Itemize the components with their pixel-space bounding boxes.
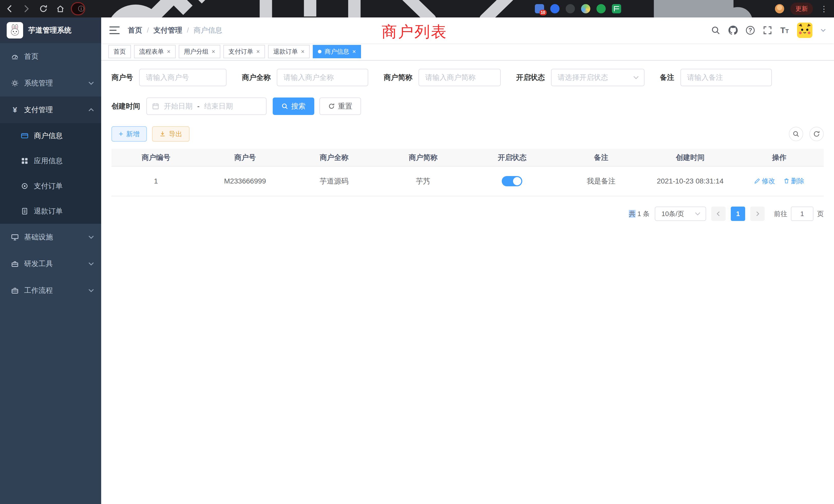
dashboard-icon xyxy=(11,52,19,61)
back-icon[interactable] xyxy=(5,4,14,13)
edit-link[interactable]: 修改 xyxy=(754,177,775,186)
sidebar-item-payment[interactable]: ¥ 支付管理 xyxy=(0,96,101,123)
font-size-icon[interactable]: TT xyxy=(780,26,789,35)
breadcrumb: 首页 / 支付管理 / 商户信息 xyxy=(128,25,222,35)
merchant-no-input[interactable] xyxy=(139,69,226,86)
date-range-picker[interactable]: 开始日期 - 结束日期 xyxy=(146,97,266,115)
browser-menu-icon[interactable]: ⋮ xyxy=(819,4,829,13)
tag-view-bar: 首页 流程表单× 用户分组× 支付订单× 退款订单× 商户信息× xyxy=(101,43,834,61)
extension-dark-icon[interactable] xyxy=(566,4,575,13)
browser-update-button[interactable]: 更新 xyxy=(790,3,813,15)
reset-button[interactable]: 重置 xyxy=(320,97,361,115)
merchant-name-label: 商户全称 xyxy=(242,73,271,83)
breadcrumb-home[interactable]: 首页 xyxy=(128,25,142,35)
user-avatar[interactable] xyxy=(797,23,812,38)
page-info-icon[interactable]: ⓘ xyxy=(78,6,84,12)
avatar-caret-icon[interactable] xyxy=(821,29,826,32)
forward-icon[interactable] xyxy=(22,4,31,13)
end-date-placeholder: 结束日期 xyxy=(204,101,233,111)
refresh-icon xyxy=(328,103,335,110)
close-icon[interactable]: × xyxy=(352,48,356,55)
extension-puzzle-icon[interactable]: 10 xyxy=(535,4,544,13)
sidebar-item-label: 研发工具 xyxy=(24,259,53,269)
extension-avatar-icon[interactable] xyxy=(581,4,590,13)
col-status: 开启状态 xyxy=(467,149,557,166)
refresh-table-icon[interactable] xyxy=(809,127,824,141)
tab-refund-orders[interactable]: 退款订单× xyxy=(268,45,310,58)
next-page-button[interactable] xyxy=(750,207,765,221)
sidebar-item-app-info[interactable]: 应用信息 xyxy=(0,148,101,174)
sidebar-toggle-icon[interactable] xyxy=(109,26,120,34)
sidebar-item-home[interactable]: 首页 xyxy=(0,43,101,70)
tab-merchant-info[interactable]: 商户信息× xyxy=(313,45,361,58)
col-merchant-no: 商户号 xyxy=(200,149,290,166)
home-icon[interactable] xyxy=(56,4,65,13)
show-search-icon[interactable] xyxy=(789,127,803,141)
sidebar-item-label: 首页 xyxy=(24,51,39,61)
filter-row-1: 商户号 商户全称 商户简称 开启状态 请选择开启状态 xyxy=(111,69,824,86)
monitor-icon xyxy=(11,233,19,241)
status-select[interactable]: 请选择开启状态 xyxy=(551,69,644,86)
tab-home[interactable]: 首页 xyxy=(108,45,131,58)
extension-green-circle-icon[interactable] xyxy=(596,4,606,13)
sidebar-item-label: 支付管理 xyxy=(24,105,53,115)
gear-icon xyxy=(11,79,19,87)
browser-chrome: ⓘ localhost:1024/pay/merchant 10 更新 ⋮ xyxy=(0,0,834,18)
status-label: 开启状态 xyxy=(516,73,545,83)
breadcrumb-separator: / xyxy=(147,26,149,35)
page-size-select[interactable]: 10条/页 xyxy=(655,207,706,221)
navbar-actions: ? TT xyxy=(711,23,826,38)
extension-badge: 10 xyxy=(540,10,547,16)
sidebar-item-system[interactable]: 系统管理 xyxy=(0,70,101,96)
remark-input[interactable] xyxy=(680,69,772,86)
main-area: 首页 / 支付管理 / 商户信息 商户列表 ? TT xyxy=(101,18,834,504)
goto-page-input[interactable] xyxy=(791,207,813,221)
merchant-name-input[interactable] xyxy=(277,69,368,86)
sidebar-item-label: 工作流程 xyxy=(24,285,53,295)
profile-avatar-icon[interactable] xyxy=(775,4,784,13)
tab-process-form[interactable]: 流程表单× xyxy=(134,45,176,58)
chevron-down-icon xyxy=(633,76,639,79)
sidebar-item-label: 商户信息 xyxy=(34,131,63,141)
sidebar-item-devtools[interactable]: 研发工具 xyxy=(0,250,101,277)
close-icon[interactable]: × xyxy=(301,48,305,55)
cell-remark: 我是备注 xyxy=(557,166,646,196)
sidebar-item-pay-orders[interactable]: 支付订单 xyxy=(0,174,101,199)
add-button[interactable]: + 新增 xyxy=(111,126,147,142)
delete-link[interactable]: 删除 xyxy=(784,177,805,186)
breadcrumb-payment[interactable]: 支付管理 xyxy=(154,25,182,35)
reload-icon[interactable] xyxy=(39,4,48,13)
prev-page-button[interactable] xyxy=(711,207,726,221)
tab-pay-orders[interactable]: 支付订单× xyxy=(223,45,265,58)
search-button[interactable]: 搜索 xyxy=(273,97,314,115)
github-icon[interactable] xyxy=(728,26,738,35)
page-number-button[interactable]: 1 xyxy=(731,207,745,221)
fullscreen-icon[interactable] xyxy=(763,26,772,35)
sidebar-item-refund-orders[interactable]: 退款订单 xyxy=(0,199,101,224)
tab-user-group[interactable]: 用户分组× xyxy=(179,45,220,58)
status-toggle[interactable] xyxy=(502,176,522,186)
search-icon[interactable] xyxy=(711,26,720,35)
cell-merchant-short: 芋艿 xyxy=(378,166,467,196)
sidebar-item-label: 退款订单 xyxy=(34,206,63,216)
close-icon[interactable]: × xyxy=(256,48,260,55)
col-actions: 操作 xyxy=(734,149,824,166)
extension-drop-icon[interactable] xyxy=(550,4,559,13)
merchant-short-input[interactable] xyxy=(419,69,501,86)
merchant-table: 商户编号 商户号 商户全称 商户简称 开启状态 备注 创建时间 操作 1 xyxy=(111,149,824,196)
screen: ⓘ localhost:1024/pay/merchant 10 更新 ⋮ xyxy=(0,0,834,504)
sidebar-item-merchant-info[interactable]: 商户信息 xyxy=(0,123,101,148)
export-button[interactable]: 导出 xyxy=(152,126,190,142)
help-icon[interactable]: ? xyxy=(746,26,755,35)
extension-sheet-icon[interactable] xyxy=(612,4,621,13)
cell-create-time: 2021-10-23 08:31:14 xyxy=(646,166,735,196)
sidebar-item-infra[interactable]: 基础设施 xyxy=(0,224,101,250)
sidebar-item-label: 系统管理 xyxy=(24,78,53,88)
top-navbar: 首页 / 支付管理 / 商户信息 商户列表 ? TT xyxy=(101,18,834,43)
address-bar[interactable]: ⓘ localhost:1024/pay/merchant xyxy=(71,2,85,16)
chevron-down-icon xyxy=(88,289,94,292)
close-icon[interactable]: × xyxy=(167,48,171,55)
sidebar-item-workflow[interactable]: 工作流程 xyxy=(0,277,101,304)
close-icon[interactable]: × xyxy=(212,48,215,55)
total-count: 共 1 条 xyxy=(629,209,650,219)
